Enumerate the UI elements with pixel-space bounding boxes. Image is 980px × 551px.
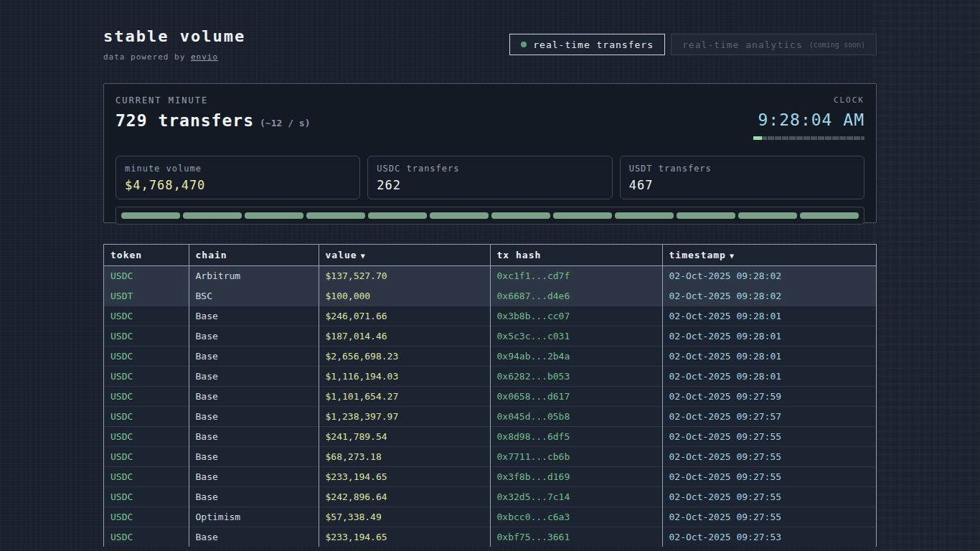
transfer-rate: (~12 / s) (260, 118, 310, 128)
tab-realtime-transfers[interactable]: real-time transfers (509, 34, 665, 55)
cell-token: USDC (104, 346, 189, 366)
cell-token: USDC (104, 527, 189, 547)
subtitle: data powered by envio (103, 52, 245, 62)
cell-hash[interactable]: 0xbcc0...c6a3 (490, 507, 662, 527)
cell-value: $1,116,194.03 (319, 366, 490, 386)
stat-value: 262 (377, 178, 603, 192)
cell-token: USDC (104, 446, 189, 466)
activity-segment (430, 212, 489, 219)
cell-hash[interactable]: 0x3b8b...cc07 (490, 306, 662, 326)
activity-segment (800, 212, 859, 219)
cell-chain: Base (189, 446, 319, 466)
page-title: stable volume (103, 27, 245, 45)
cell-value: $242,896.64 (319, 486, 490, 507)
cell-token: USDT (104, 286, 189, 306)
column-header-value[interactable]: value▼ (319, 245, 490, 265)
transfer-count-line: 729 transfers (~12 / s) (116, 111, 310, 130)
cell-chain: Base (189, 386, 319, 406)
envio-link[interactable]: envio (191, 52, 218, 62)
stat-label: USDT transfers (629, 164, 855, 174)
cell-chain: Base (189, 426, 319, 446)
current-minute-panel: CURRENT MINUTE 729 transfers (~12 / s) C… (103, 83, 877, 223)
cell-value: $187,014.46 (319, 326, 490, 346)
stat-usdc-transfers: USDC transfers 262 (367, 156, 612, 199)
cell-time: 02-Oct-2025 09:28:01 (662, 306, 876, 326)
cell-hash[interactable]: 0x94ab...2b4a (490, 346, 662, 366)
cell-time: 02-Oct-2025 09:27:55 (662, 486, 876, 507)
cell-hash[interactable]: 0x3f8b...d169 (490, 466, 662, 486)
cell-time: 02-Oct-2025 09:27:55 (662, 446, 876, 466)
table-row: USDCBase$2,656,698.230x94ab...2b4a02-Oct… (104, 346, 876, 366)
cell-hash[interactable]: 0x5c3c...c031 (490, 326, 662, 346)
cell-hash[interactable]: 0x6687...d4e6 (490, 286, 662, 306)
cell-value: $57,338.49 (319, 507, 490, 527)
cell-token: USDC (104, 466, 189, 486)
cell-chain: Base (189, 406, 319, 426)
branding: stable volume data powered by envio (103, 27, 245, 62)
cell-value: $233,194.65 (319, 527, 490, 547)
cell-hash[interactable]: 0x32d5...7c14 (490, 486, 662, 507)
background-texture (872, 0, 980, 551)
cell-time: 02-Oct-2025 09:27:59 (662, 386, 876, 406)
stat-value: $4,768,470 (125, 178, 351, 192)
stat-value: 467 (629, 178, 855, 192)
column-header-token: token (104, 245, 189, 265)
cell-hash[interactable]: 0x0658...d617 (490, 386, 662, 406)
cell-hash[interactable]: 0x8d98...6df5 (490, 426, 662, 446)
table-body: USDCArbitrum$137,527.700xc1f1...cd7f02-O… (104, 265, 876, 547)
column-header-tx-hash: tx hash (490, 245, 662, 265)
table-row: USDCBase$241,789.540x8d98...6df502-Oct-2… (104, 426, 876, 446)
cell-value: $233,194.65 (319, 466, 490, 486)
clock: CLOCK 9:28:04 AM (753, 95, 864, 143)
cell-time: 02-Oct-2025 09:28:02 (662, 286, 876, 306)
cell-chain: BSC (189, 286, 319, 306)
cell-hash[interactable]: 0x045d...05b8 (490, 406, 662, 426)
tab-label: real-time analytics (682, 39, 803, 50)
topbar: stable volume data powered by envio real… (103, 27, 877, 62)
cell-token: USDC (104, 507, 189, 527)
cell-hash[interactable]: 0x7711...cb6b (490, 446, 662, 466)
cell-token: USDC (104, 265, 189, 286)
tab-label: real-time transfers (533, 39, 654, 50)
activity-segment (245, 212, 303, 219)
clock-label: CLOCK (753, 95, 864, 105)
cell-chain: Base (189, 306, 319, 326)
table-row: USDCBase$233,194.650xbf75...366102-Oct-2… (104, 527, 876, 547)
table-row: USDCArbitrum$137,527.700xc1f1...cd7f02-O… (104, 265, 876, 286)
cell-time: 02-Oct-2025 09:28:01 (662, 366, 876, 386)
cell-token: USDC (104, 386, 189, 406)
cell-time: 02-Oct-2025 09:28:01 (662, 326, 876, 346)
cell-token: USDC (104, 486, 189, 507)
table-row: USDCBase$246,071.660x3b8b...cc0702-Oct-2… (104, 306, 876, 326)
table-header-row: tokenchainvalue▼tx hashtimestamp▼ (104, 245, 876, 265)
sort-desc-icon: ▼ (361, 252, 366, 260)
cell-chain: Optimism (189, 507, 319, 527)
live-dot-icon (521, 42, 527, 47)
table-row: USDTBSC$100,0000x6687...d4e602-Oct-2025 … (104, 286, 876, 306)
cell-chain: Base (189, 466, 319, 486)
cell-time: 02-Oct-2025 09:27:55 (662, 507, 876, 527)
cell-time: 02-Oct-2025 09:28:01 (662, 346, 876, 366)
cell-chain: Base (189, 346, 319, 366)
cell-value: $1,101,654.27 (319, 386, 490, 406)
cell-token: USDC (104, 426, 189, 446)
coming-soon-badge: (coming soon) (809, 41, 865, 49)
table-row: USDCBase$233,194.650x3f8b...d16902-Oct-2… (104, 466, 876, 486)
stat-minute-volume: minute volume $4,768,470 (116, 156, 360, 199)
column-header-chain: chain (189, 245, 319, 265)
cell-value: $241,789.54 (319, 426, 490, 446)
tab-bar: real-time transfers real-time analytics … (509, 34, 877, 55)
transfer-counter: CURRENT MINUTE 729 transfers (~12 / s) (116, 95, 310, 143)
cell-token: USDC (104, 366, 189, 386)
cell-hash[interactable]: 0xc1f1...cd7f (490, 265, 662, 286)
cell-value: $137,527.70 (319, 265, 490, 286)
cell-token: USDC (104, 306, 189, 326)
tab-realtime-analytics[interactable]: real-time analytics (coming soon) (671, 34, 877, 55)
cell-chain: Base (189, 527, 319, 547)
activity-segment (121, 212, 180, 219)
cell-hash[interactable]: 0x6282...b053 (490, 366, 662, 386)
hero-top: CURRENT MINUTE 729 transfers (~12 / s) C… (116, 95, 864, 143)
cell-hash[interactable]: 0xbf75...3661 (490, 527, 662, 547)
column-header-timestamp[interactable]: timestamp▼ (662, 245, 876, 265)
activity-segment (553, 212, 612, 219)
